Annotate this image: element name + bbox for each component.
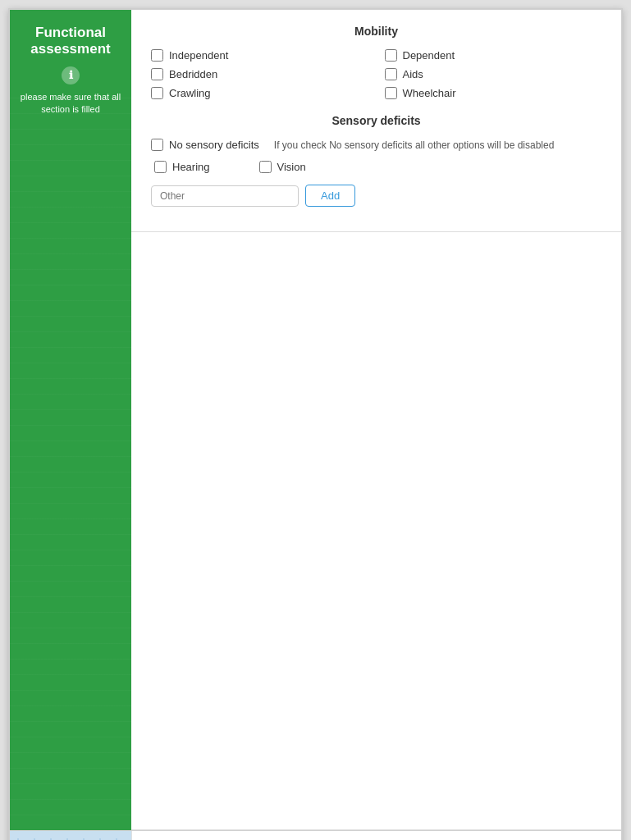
checkbox-bedridden-label: Bedridden [169,68,217,80]
checkbox-dependent[interactable]: Dependent [385,49,602,62]
no-sensory-row: No sensory deficits If you check No sens… [151,139,601,151]
info-icon: ℹ [62,66,80,84]
checkbox-independent-input[interactable] [151,49,163,62]
add-button[interactable]: Add [305,185,355,207]
mobility-title: Mobility [151,25,601,38]
sensory-note: If you check No sensory deficits all oth… [274,139,555,151]
tube-care-layout: Tube care Feeding tube* Yes No Nasogastr… [10,831,621,840]
checkbox-independent-label: Independent [169,49,228,62]
checkbox-aids-label: Aids [403,68,423,80]
checkbox-aids-input[interactable] [385,68,397,80]
checkbox-wheelchair[interactable]: Wheelchair [385,87,602,99]
checkbox-dependent-input[interactable] [385,49,397,62]
checkbox-wheelchair-input[interactable] [385,87,397,99]
hearing-label: Hearing [172,161,210,173]
tube-care-sidebar: Tube care [10,831,131,840]
sensory-section: Sensory deficits No sensory deficits If … [151,114,601,207]
green-sidebar: Functional assessment ℹ please make sure… [10,10,131,830]
checkbox-hearing-input[interactable] [154,161,167,173]
tube-care-label: Tube care [10,831,131,840]
functional-content: Mobility Independent Dependent Bedrid [131,10,621,830]
sensory-title: Sensory deficits [151,114,601,127]
page-container: Functional assessment ℹ please make sure… [8,8,623,840]
hearing-vision-row: Hearing Vision [154,161,601,173]
checkbox-vision-input[interactable] [259,161,272,173]
vision-label: Vision [277,161,306,173]
checkbox-independent[interactable]: Independent [151,49,368,62]
checkbox-wheelchair-label: Wheelchair [403,87,456,99]
checkbox-bedridden-input[interactable] [151,68,163,80]
checkbox-hearing[interactable]: Hearing [154,161,210,173]
checkbox-no-sensory-input[interactable] [151,139,163,151]
checkbox-bedridden[interactable]: Bedridden [151,68,368,80]
no-sensory-label: No sensory deficits [169,139,259,151]
checkbox-no-sensory[interactable]: No sensory deficits [151,139,259,151]
functional-assessment-section: Functional assessment ℹ please make sure… [9,9,622,831]
mobility-section: Mobility Independent Dependent Bedrid [131,10,621,232]
checkbox-dependent-label: Dependent [403,49,455,62]
other-row: Add [151,185,601,207]
checkbox-crawling-label: Crawling [169,87,211,99]
checkbox-vision[interactable]: Vision [259,161,306,173]
tube-care-section: Tube care Feeding tube* Yes No Nasogastr… [9,831,622,840]
checkbox-crawling[interactable]: Crawling [151,87,368,99]
checkbox-aids[interactable]: Aids [385,68,602,80]
checkbox-crawling-input[interactable] [151,87,163,99]
mobility-grid: Independent Dependent Bedridden Aid [151,49,601,99]
sidebar-pattern [10,84,131,830]
tube-care-content: Feeding tube* Yes No Nasogastric Gastros… [131,831,621,840]
other-input[interactable] [151,185,299,207]
sidebar-title: Functional assessment [20,25,121,58]
